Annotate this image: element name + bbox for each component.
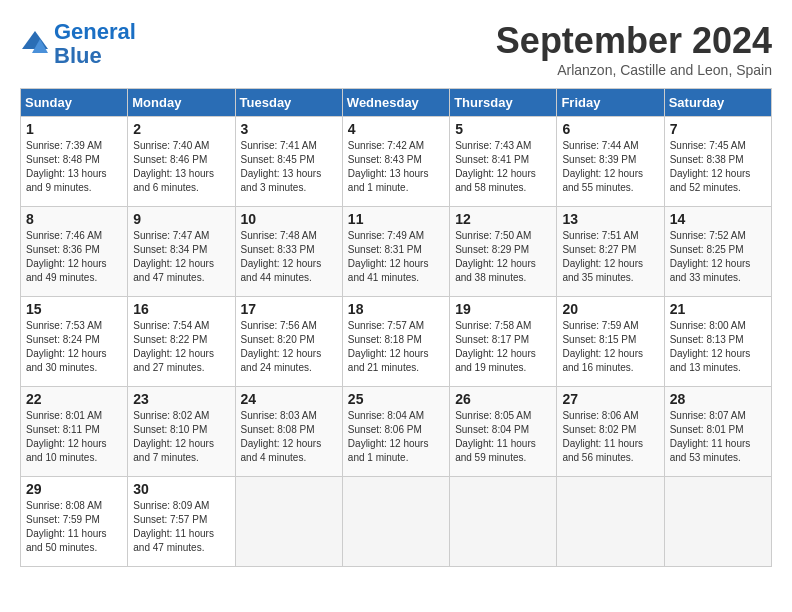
day-info: Sunrise: 7:49 AM Sunset: 8:31 PM Dayligh…: [348, 229, 444, 285]
calendar-day-cell: 23Sunrise: 8:02 AM Sunset: 8:10 PM Dayli…: [128, 387, 235, 477]
day-number: 3: [241, 121, 337, 137]
day-info: Sunrise: 7:52 AM Sunset: 8:25 PM Dayligh…: [670, 229, 766, 285]
calendar-day-cell: 5Sunrise: 7:43 AM Sunset: 8:41 PM Daylig…: [450, 117, 557, 207]
title-block: September 2024 Arlanzon, Castille and Le…: [496, 20, 772, 78]
day-number: 14: [670, 211, 766, 227]
day-info: Sunrise: 8:06 AM Sunset: 8:02 PM Dayligh…: [562, 409, 658, 465]
day-number: 4: [348, 121, 444, 137]
weekday-header: Friday: [557, 89, 664, 117]
day-number: 2: [133, 121, 229, 137]
calendar-day-cell: 9Sunrise: 7:47 AM Sunset: 8:34 PM Daylig…: [128, 207, 235, 297]
weekday-header: Saturday: [664, 89, 771, 117]
day-info: Sunrise: 7:58 AM Sunset: 8:17 PM Dayligh…: [455, 319, 551, 375]
calendar-day-cell: 22Sunrise: 8:01 AM Sunset: 8:11 PM Dayli…: [21, 387, 128, 477]
calendar-week-row: 15Sunrise: 7:53 AM Sunset: 8:24 PM Dayli…: [21, 297, 772, 387]
day-info: Sunrise: 7:54 AM Sunset: 8:22 PM Dayligh…: [133, 319, 229, 375]
day-info: Sunrise: 8:07 AM Sunset: 8:01 PM Dayligh…: [670, 409, 766, 465]
day-number: 23: [133, 391, 229, 407]
day-info: Sunrise: 8:05 AM Sunset: 8:04 PM Dayligh…: [455, 409, 551, 465]
day-info: Sunrise: 7:48 AM Sunset: 8:33 PM Dayligh…: [241, 229, 337, 285]
day-number: 11: [348, 211, 444, 227]
day-info: Sunrise: 8:00 AM Sunset: 8:13 PM Dayligh…: [670, 319, 766, 375]
calendar-day-cell: 11Sunrise: 7:49 AM Sunset: 8:31 PM Dayli…: [342, 207, 449, 297]
calendar-day-cell: 27Sunrise: 8:06 AM Sunset: 8:02 PM Dayli…: [557, 387, 664, 477]
day-number: 9: [133, 211, 229, 227]
day-number: 28: [670, 391, 766, 407]
calendar-day-cell: 20Sunrise: 7:59 AM Sunset: 8:15 PM Dayli…: [557, 297, 664, 387]
day-number: 22: [26, 391, 122, 407]
day-info: Sunrise: 8:03 AM Sunset: 8:08 PM Dayligh…: [241, 409, 337, 465]
calendar-day-cell: 7Sunrise: 7:45 AM Sunset: 8:38 PM Daylig…: [664, 117, 771, 207]
day-number: 27: [562, 391, 658, 407]
day-info: Sunrise: 8:01 AM Sunset: 8:11 PM Dayligh…: [26, 409, 122, 465]
day-number: 12: [455, 211, 551, 227]
calendar-day-cell: 30Sunrise: 8:09 AM Sunset: 7:57 PM Dayli…: [128, 477, 235, 567]
weekday-header: Wednesday: [342, 89, 449, 117]
calendar-day-cell: 29Sunrise: 8:08 AM Sunset: 7:59 PM Dayli…: [21, 477, 128, 567]
day-info: Sunrise: 7:41 AM Sunset: 8:45 PM Dayligh…: [241, 139, 337, 195]
calendar-day-cell: 10Sunrise: 7:48 AM Sunset: 8:33 PM Dayli…: [235, 207, 342, 297]
day-info: Sunrise: 7:53 AM Sunset: 8:24 PM Dayligh…: [26, 319, 122, 375]
day-info: Sunrise: 7:42 AM Sunset: 8:43 PM Dayligh…: [348, 139, 444, 195]
weekday-header: Sunday: [21, 89, 128, 117]
calendar-day-cell: 14Sunrise: 7:52 AM Sunset: 8:25 PM Dayli…: [664, 207, 771, 297]
day-number: 13: [562, 211, 658, 227]
day-number: 7: [670, 121, 766, 137]
day-number: 6: [562, 121, 658, 137]
calendar-day-cell: 21Sunrise: 8:00 AM Sunset: 8:13 PM Dayli…: [664, 297, 771, 387]
calendar-week-row: 8Sunrise: 7:46 AM Sunset: 8:36 PM Daylig…: [21, 207, 772, 297]
calendar-day-cell: 25Sunrise: 8:04 AM Sunset: 8:06 PM Dayli…: [342, 387, 449, 477]
calendar-day-cell: 2Sunrise: 7:40 AM Sunset: 8:46 PM Daylig…: [128, 117, 235, 207]
day-number: 20: [562, 301, 658, 317]
calendar-day-cell: 18Sunrise: 7:57 AM Sunset: 8:18 PM Dayli…: [342, 297, 449, 387]
calendar-week-row: 22Sunrise: 8:01 AM Sunset: 8:11 PM Dayli…: [21, 387, 772, 477]
calendar-day-cell: 28Sunrise: 8:07 AM Sunset: 8:01 PM Dayli…: [664, 387, 771, 477]
day-info: Sunrise: 7:44 AM Sunset: 8:39 PM Dayligh…: [562, 139, 658, 195]
day-number: 24: [241, 391, 337, 407]
day-number: 15: [26, 301, 122, 317]
calendar-day-cell: 4Sunrise: 7:42 AM Sunset: 8:43 PM Daylig…: [342, 117, 449, 207]
day-info: Sunrise: 8:02 AM Sunset: 8:10 PM Dayligh…: [133, 409, 229, 465]
day-info: Sunrise: 7:46 AM Sunset: 8:36 PM Dayligh…: [26, 229, 122, 285]
day-number: 26: [455, 391, 551, 407]
calendar-day-cell: 1Sunrise: 7:39 AM Sunset: 8:48 PM Daylig…: [21, 117, 128, 207]
calendar-day-cell: 3Sunrise: 7:41 AM Sunset: 8:45 PM Daylig…: [235, 117, 342, 207]
logo-text: General Blue: [54, 20, 136, 68]
day-number: 5: [455, 121, 551, 137]
calendar-day-cell: [450, 477, 557, 567]
calendar-week-row: 1Sunrise: 7:39 AM Sunset: 8:48 PM Daylig…: [21, 117, 772, 207]
day-number: 17: [241, 301, 337, 317]
logo: General Blue: [20, 20, 136, 68]
weekday-header-row: SundayMondayTuesdayWednesdayThursdayFrid…: [21, 89, 772, 117]
day-number: 8: [26, 211, 122, 227]
calendar-day-cell: [557, 477, 664, 567]
day-info: Sunrise: 8:04 AM Sunset: 8:06 PM Dayligh…: [348, 409, 444, 465]
calendar-day-cell: 12Sunrise: 7:50 AM Sunset: 8:29 PM Dayli…: [450, 207, 557, 297]
calendar-table: SundayMondayTuesdayWednesdayThursdayFrid…: [20, 88, 772, 567]
page-header: General Blue September 2024 Arlanzon, Ca…: [20, 20, 772, 78]
calendar-week-row: 29Sunrise: 8:08 AM Sunset: 7:59 PM Dayli…: [21, 477, 772, 567]
day-info: Sunrise: 7:59 AM Sunset: 8:15 PM Dayligh…: [562, 319, 658, 375]
calendar-day-cell: [342, 477, 449, 567]
weekday-header: Monday: [128, 89, 235, 117]
weekday-header: Thursday: [450, 89, 557, 117]
day-number: 21: [670, 301, 766, 317]
calendar-day-cell: 17Sunrise: 7:56 AM Sunset: 8:20 PM Dayli…: [235, 297, 342, 387]
calendar-day-cell: [235, 477, 342, 567]
month-title: September 2024: [496, 20, 772, 62]
logo-icon: [20, 29, 50, 59]
day-number: 30: [133, 481, 229, 497]
day-info: Sunrise: 7:51 AM Sunset: 8:27 PM Dayligh…: [562, 229, 658, 285]
calendar-day-cell: 16Sunrise: 7:54 AM Sunset: 8:22 PM Dayli…: [128, 297, 235, 387]
day-number: 19: [455, 301, 551, 317]
day-number: 1: [26, 121, 122, 137]
day-info: Sunrise: 7:43 AM Sunset: 8:41 PM Dayligh…: [455, 139, 551, 195]
day-info: Sunrise: 7:40 AM Sunset: 8:46 PM Dayligh…: [133, 139, 229, 195]
calendar-day-cell: [664, 477, 771, 567]
calendar-day-cell: 6Sunrise: 7:44 AM Sunset: 8:39 PM Daylig…: [557, 117, 664, 207]
day-number: 18: [348, 301, 444, 317]
day-info: Sunrise: 7:47 AM Sunset: 8:34 PM Dayligh…: [133, 229, 229, 285]
calendar-day-cell: 26Sunrise: 8:05 AM Sunset: 8:04 PM Dayli…: [450, 387, 557, 477]
calendar-day-cell: 24Sunrise: 8:03 AM Sunset: 8:08 PM Dayli…: [235, 387, 342, 477]
location: Arlanzon, Castille and Leon, Spain: [496, 62, 772, 78]
